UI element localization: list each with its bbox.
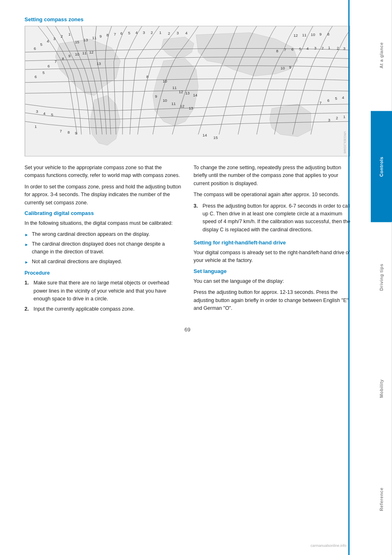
svg-text:10: 10 [163, 98, 167, 103]
svg-text:13: 13 [96, 61, 101, 66]
svg-text:12: 12 [179, 90, 183, 94]
procedure-heading: Procedure [24, 270, 181, 276]
svg-text:5: 5 [335, 96, 337, 101]
intro-paragraph-1: Set your vehicle to the appropriate comp… [24, 164, 181, 180]
svg-text:7: 7 [114, 32, 116, 36]
svg-text:3: 3 [53, 36, 55, 41]
svg-text:12: 12 [180, 104, 185, 108]
svg-text:10: 10 [281, 66, 285, 70]
bullet-list: ► The wrong cardinal direction appears o… [24, 231, 181, 265]
compass-map-container: 6543 21 151311 9876 543 21 234 12111098 … [24, 26, 350, 157]
svg-text:8: 8 [67, 130, 69, 134]
svg-text:3: 3 [177, 31, 179, 35]
svg-text:8: 8 [327, 32, 329, 36]
svg-text:4: 4 [47, 39, 49, 43]
svg-text:15: 15 [214, 135, 218, 140]
svg-text:5: 5 [299, 47, 301, 51]
svg-text:4: 4 [307, 46, 309, 51]
zone-change-paragraph-1: To change the zone setting, repeatedly p… [194, 164, 350, 188]
svg-text:5: 5 [40, 42, 42, 47]
svg-text:3: 3 [36, 109, 38, 114]
svg-text:9: 9 [155, 94, 157, 98]
intro-paragraph-2: In order to set the compass zone, press … [24, 183, 181, 207]
svg-text:8: 8 [107, 33, 109, 37]
svg-text:1: 1 [343, 114, 345, 119]
bullet-arrow-1: ► [24, 232, 29, 238]
svg-text:5: 5 [128, 31, 130, 35]
svg-text:2: 2 [336, 116, 338, 120]
right-column: To change the zone setting, repeatedly p… [194, 164, 350, 319]
sidebar-tab-at-a-glance[interactable]: At a glance [371, 0, 392, 111]
procedure-step-2: 2. Input the currently applicable compas… [24, 305, 181, 313]
step-3: 3. Press the adjusting button for approx… [194, 202, 350, 234]
svg-text:4: 4 [43, 111, 46, 116]
bullet-item-3: ► Not all cardinal directions are displa… [24, 258, 181, 266]
set-language-heading: Set language [194, 268, 350, 274]
svg-text:5: 5 [51, 112, 53, 117]
svg-text:2: 2 [322, 46, 324, 50]
svg-text:1: 1 [69, 32, 71, 36]
svg-text:7: 7 [60, 129, 62, 133]
bullet-item-1: ► The wrong cardinal direction appears o… [24, 231, 181, 238]
svg-text:6: 6 [48, 64, 50, 68]
divider-line [348, 0, 350, 555]
svg-text:13: 13 [84, 38, 88, 42]
svg-text:13: 13 [189, 106, 193, 110]
zone-change-paragraph-2: The compass will be operational again af… [194, 191, 350, 199]
svg-text:6: 6 [120, 31, 122, 36]
right-col-step3-list: 3. Press the adjusting button for approx… [194, 202, 350, 234]
calibrating-heading: Calibrating digital compass [24, 210, 181, 216]
left-column: Set your vehicle to the appropriate comp… [24, 164, 181, 319]
calibrating-intro: In the following situations, the digital… [24, 219, 181, 227]
right-hand-heading: Setting for right-hand/left-hand drive [194, 239, 350, 246]
svg-text:15: 15 [75, 40, 79, 44]
svg-text:11: 11 [92, 36, 97, 40]
svg-text:1: 1 [35, 124, 37, 129]
svg-text:9: 9 [69, 54, 71, 58]
svg-text:8: 8 [146, 74, 148, 79]
svg-text:5: 5 [42, 70, 45, 75]
svg-text:10: 10 [75, 52, 79, 56]
svg-text:6: 6 [327, 98, 329, 103]
svg-text:3: 3 [143, 30, 145, 35]
calibrating-section: Calibrating digital compass In the follo… [24, 210, 181, 265]
svg-text:8: 8 [62, 56, 64, 61]
page-number: 69 [24, 327, 350, 333]
set-language-paragraph-2: Press the adjusting button for approx. 1… [194, 289, 350, 312]
right-sidebar: At a glance Controls Driving tips Mobili… [371, 0, 392, 555]
sidebar-tab-reference[interactable]: Reference [371, 444, 392, 555]
svg-text:14: 14 [203, 133, 207, 137]
sidebar-tab-controls[interactable]: Controls [371, 111, 392, 222]
bullet-item-2: ► The cardinal direction displayed does … [24, 240, 181, 256]
svg-text:4: 4 [342, 95, 344, 100]
main-content: Setting compass zones [0, 0, 371, 555]
svg-text:10: 10 [311, 32, 315, 37]
svg-text:11: 11 [172, 85, 177, 90]
two-column-layout: Set your vehicle to the appropriate comp… [24, 164, 350, 319]
svg-text:6: 6 [34, 46, 36, 51]
svg-text:3: 3 [314, 46, 316, 50]
svg-text:7: 7 [55, 59, 57, 64]
svg-text:9: 9 [319, 32, 321, 36]
svg-text:8: 8 [276, 49, 278, 53]
set-language-paragraph-1: You can set the language of the display: [194, 278, 350, 285]
procedure-list: 1. Make sure that there are no large met… [24, 279, 181, 313]
svg-text:6: 6 [35, 74, 37, 79]
svg-text:12: 12 [89, 50, 94, 54]
svg-text:3: 3 [328, 118, 330, 122]
svg-text:3: 3 [343, 46, 345, 51]
procedure-step-1: 1. Make sure that there are no large met… [24, 279, 181, 303]
svg-text:7: 7 [284, 47, 286, 52]
right-hand-text: Your digital compass is already set to t… [194, 249, 350, 265]
svg-text:1: 1 [328, 45, 330, 50]
svg-text:11: 11 [82, 51, 87, 55]
sidebar-tab-mobility[interactable]: Mobility [371, 333, 392, 444]
svg-text:9: 9 [75, 131, 77, 135]
section-heading: Setting compass zones [24, 16, 350, 22]
map-watermark: VRG3DL2GW6 [343, 131, 347, 154]
sidebar-tab-driving-tips[interactable]: Driving tips [371, 222, 392, 333]
svg-text:9: 9 [100, 34, 102, 38]
svg-text:11: 11 [172, 101, 176, 106]
svg-text:1: 1 [159, 30, 161, 35]
svg-text:4: 4 [136, 30, 138, 35]
